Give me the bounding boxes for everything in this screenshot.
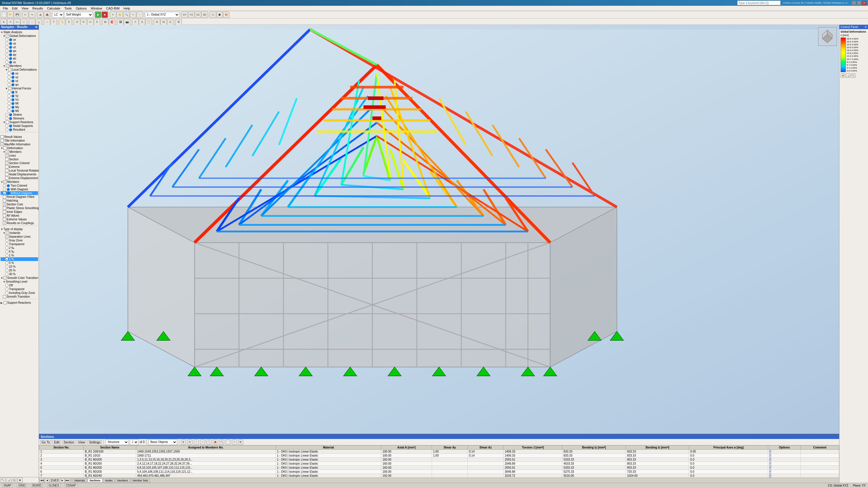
pg-prev[interactable]: ◀◀ (39, 478, 44, 483)
tb-snap[interactable]: 🧲 (109, 19, 115, 25)
tb-view-yz[interactable]: YZ (188, 11, 194, 18)
nav-all-values[interactable]: All Values (1, 214, 38, 218)
tb-rotate-left[interactable]: ↺ (74, 19, 80, 25)
tb-run[interactable]: ▶ (95, 11, 101, 18)
nav-strains[interactable]: 🔵 Strains (1, 113, 38, 117)
nav-smooth-transparent[interactable]: Transparent (1, 287, 38, 291)
nav-def-nodal-disp[interactable]: Nodal Displacements (1, 172, 38, 176)
nav-inner-edges[interactable]: Inner Edges (1, 210, 38, 214)
tb-copy[interactable]: ⎘ (139, 19, 145, 25)
nav-if-Vy[interactable]: 🔵 Vy (1, 94, 38, 98)
nav-isolands[interactable]: ▼ Isolands (1, 231, 38, 235)
btoolbar-btn7[interactable]: 🔍 (219, 440, 224, 445)
nav-btn-4[interactable]: ▶ (18, 478, 23, 483)
nav-internal-forces[interactable]: ▼ Internal Forces (1, 87, 38, 90)
nav-smooth-transition[interactable]: Smooth Transition (1, 295, 38, 298)
nav-ld-uz[interactable]: 🔵 uz (1, 79, 38, 83)
section-btn[interactable]: Section (62, 440, 75, 444)
tb-open[interactable]: 📂 (7, 11, 13, 18)
tb-paste[interactable]: 📋 (146, 19, 152, 25)
nav-members[interactable]: ▼ Members (1, 64, 38, 68)
btoolbar-btn8[interactable]: 📄 (225, 440, 230, 445)
tb-new[interactable]: 📄 (1, 11, 7, 18)
status-bgrid[interactable]: BGRID (31, 484, 43, 487)
nav-2percent[interactable]: 2 % (1, 257, 38, 261)
table-row[interactable]: 3 B_R1 80/200 1,3,5,11,13,15,16,18,20,21… (39, 458, 839, 462)
tb-stop[interactable]: ■ (101, 11, 108, 18)
menu-window[interactable]: Window (89, 6, 104, 10)
pg-next-one[interactable]: ▶ (60, 478, 65, 483)
nav-gd-phiz[interactable]: 🔵 φz (1, 57, 38, 60)
nav-separation-lines[interactable]: Separation Lines (1, 235, 38, 238)
close-btn[interactable]: ✕ (862, 1, 866, 5)
table-row[interactable]: 5 B_R1 80/200 6,8,10,103,105,107,108,110… (39, 466, 839, 470)
nav-results-on-couplings[interactable]: Results on Couplings (1, 221, 38, 225)
view-combo[interactable]: 1 - Global XYZ (145, 12, 180, 18)
status-snap[interactable]: SNAP (2, 484, 12, 487)
nav-gd-phiy[interactable]: 🔵 φy (1, 53, 38, 57)
nav-hatching[interactable]: Hatching (1, 199, 38, 202)
nav-def-extreme[interactable]: Extreme (1, 165, 38, 169)
tb-label-node[interactable]: N (154, 19, 160, 25)
minimize-btn[interactable]: — (852, 1, 856, 5)
nav-gd-uy[interactable]: 🔵 uy (1, 41, 38, 45)
nav-10percent[interactable]: 10 % (1, 265, 38, 268)
tb-select[interactable]: ↖ (110, 11, 116, 18)
tb-label-surface[interactable]: S (167, 19, 174, 25)
tb-rotate-right[interactable]: ↻ (81, 19, 87, 25)
btoolbar-btn10[interactable]: ⊞ (238, 440, 243, 445)
nav-gd-uc[interactable]: 🔵 uc (1, 60, 38, 64)
tb-grid-toggle[interactable]: ⊞ (102, 19, 108, 25)
tb-flip-v[interactable]: ⇕ (94, 19, 100, 25)
btoolbar-btn4[interactable]: ↓ (200, 440, 205, 445)
page-combo[interactable]: 2 (130, 439, 138, 445)
nav-btn-1[interactable]: 🔧 (0, 478, 5, 483)
tb-settings[interactable]: ⚙ (176, 19, 182, 25)
table-area[interactable]: Section No. Section Name Assigned to Mem… (39, 445, 839, 478)
table-row[interactable]: 6 B_R1 80/200 5,4,104,106,109,111,114,11… (39, 470, 839, 474)
tab-nodes[interactable]: Nodes (103, 479, 115, 483)
pg-next[interactable]: ▶▶ (65, 478, 70, 483)
view-btn[interactable]: View (77, 440, 87, 444)
nav-if-Mt[interactable]: 🔵 Mt (1, 101, 38, 105)
tb-wire[interactable]: ⬡ (210, 11, 216, 18)
tb-dim[interactable]: ↔ (44, 19, 50, 25)
nav-title-info[interactable]: Title Information (1, 139, 38, 142)
nav-def-local-torsional[interactable]: Local Torsional Rotations (1, 169, 38, 172)
tb-move[interactable]: ✋ (117, 11, 123, 18)
nav-gd-phix[interactable]: 🔵 φx (1, 49, 38, 53)
nav-two-colored[interactable]: 🔵 Two-Colored (1, 184, 38, 188)
nav-gray-zone[interactable]: Gray Zone (1, 238, 38, 242)
nav-ld-phix[interactable]: 🔵 φx (1, 83, 38, 87)
nav-without-diagram[interactable]: 🔵 Without Diagram (1, 191, 38, 195)
nav-if-Mz[interactable]: 🔵 Mz (1, 109, 38, 113)
menu-tools[interactable]: Tools (63, 6, 73, 10)
tb-member[interactable]: ━ (7, 19, 13, 25)
menu-options[interactable]: Options (74, 6, 89, 10)
tb-support[interactable]: △ (35, 19, 42, 25)
maximize-btn[interactable]: □ (857, 1, 861, 5)
btoolbar-btn6[interactable]: 📤 (213, 440, 218, 445)
tb-measure[interactable]: 📏 (59, 19, 65, 25)
tab-member-sets[interactable]: Member Sets (131, 479, 150, 483)
tb-zoom[interactable]: 🔍 (123, 11, 130, 18)
nav-30percent[interactable]: 30 % (1, 272, 38, 276)
nav-gd-uz[interactable]: 🔵 uz (1, 45, 38, 49)
pg-prev-one[interactable]: ◀ (45, 478, 49, 483)
nav-type-display[interactable]: ▼ Type of display (1, 227, 38, 231)
search-input[interactable] (737, 1, 781, 5)
nav-smooth-gray[interactable]: Including Gray Zone (1, 291, 38, 295)
nav-5percent[interactable]: 5 % (1, 261, 38, 265)
nav-if-My[interactable]: 🔵 My (1, 105, 38, 109)
tb-delete[interactable]: ✕ (132, 19, 138, 25)
nav-5pct[interactable]: 5 ‰ (1, 250, 38, 254)
btoolbar-btn1[interactable]: ⊕ (181, 440, 186, 445)
nav-btn-3[interactable]: 🏠 (12, 478, 17, 483)
tb-save[interactable]: 💾 (14, 11, 20, 18)
nav-transparent[interactable]: Transparent (1, 242, 38, 246)
menu-help[interactable]: Help (122, 6, 132, 10)
tb-print[interactable]: 🖨 (37, 11, 43, 18)
tb-flip-h[interactable]: ⇔ (87, 19, 93, 25)
nav-if-N[interactable]: 🔵 N (1, 90, 38, 94)
nav-support-reactions-display[interactable]: ▶ Support Reactions (1, 301, 38, 304)
